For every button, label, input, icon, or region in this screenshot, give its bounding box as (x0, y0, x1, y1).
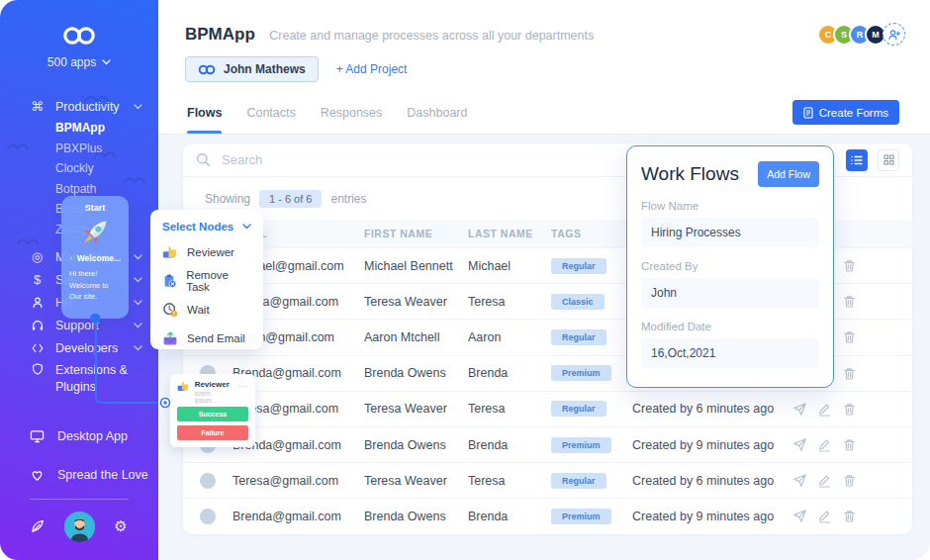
settings-button[interactable]: ⚙ (111, 516, 131, 536)
page-tagline: Create and manage processes across all y… (269, 29, 594, 43)
created-cell: Created by 9 minutes ago (632, 438, 793, 452)
lifebuoy-icon: ◎ (29, 249, 46, 264)
section-label: Developers (55, 341, 118, 355)
edit-button[interactable] (817, 402, 832, 417)
node-option-label: Wait (187, 304, 210, 316)
send-email-icon (162, 330, 178, 346)
first-name-cell: Aaron Mtchell (364, 330, 468, 344)
tag-badge: Regular (551, 401, 606, 417)
edit-button[interactable] (817, 437, 832, 452)
spread-the-love-link[interactable]: Spread the Love (0, 464, 158, 486)
send-button[interactable] (792, 509, 807, 523)
node-option-label: Reviewer (187, 246, 234, 258)
clock-icon (162, 302, 178, 318)
modified-date-input[interactable] (641, 338, 819, 368)
send-button[interactable] (792, 402, 807, 417)
sidebar-item-bpmapp[interactable]: BPMApp (0, 118, 158, 139)
chevron-down-icon (134, 300, 142, 306)
document-icon (803, 107, 813, 119)
success-branch-button[interactable]: Success (177, 407, 248, 421)
last-name-cell: Teresa (468, 402, 551, 416)
node-option-remove-task[interactable]: Remove Task (162, 266, 251, 295)
created-cell: Created by 6 minutes ago (632, 402, 793, 416)
failure-branch-button[interactable]: Failure (177, 425, 248, 440)
list-icon (851, 155, 863, 165)
create-forms-button[interactable]: Create Forms (792, 100, 899, 125)
tag-badge: Premium (551, 437, 611, 453)
list-view-toggle[interactable] (846, 149, 868, 171)
table-row[interactable]: Teresa@gmail.com Teresa Weaver Teresa Re… (183, 462, 912, 498)
thumbs-up-icon (162, 244, 178, 260)
delete-button[interactable] (842, 366, 857, 381)
user-avatar[interactable] (64, 512, 95, 542)
created-by-label: Created By (641, 260, 819, 272)
delete-button[interactable] (842, 402, 857, 417)
sidebar-item-pbxplus[interactable]: PBXPlus (0, 139, 158, 159)
last-name-cell: Teresa (468, 295, 551, 309)
tab-responses[interactable]: Responses (321, 91, 383, 134)
add-flow-button[interactable]: Add Flow (758, 161, 819, 187)
delete-button[interactable] (842, 294, 857, 309)
reviewer-node-card[interactable]: Reviewer lorem ipsum... ... Success Fail… (170, 374, 255, 447)
table-row[interactable]: Brenda@gmail.com Brenda Owens Brenda Pre… (183, 498, 912, 533)
chevron-down-icon (102, 59, 111, 65)
search-icon (196, 152, 211, 167)
delete-button[interactable] (842, 473, 857, 488)
feather-icon (30, 518, 46, 534)
node-option-wait[interactable]: Wait (162, 295, 251, 324)
project-selector-chip[interactable]: John Mathews (185, 56, 319, 82)
sidebar-section-productivity[interactable]: ⌘ Productivity (0, 95, 158, 118)
select-nodes-dropdown[interactable]: Select Nodes (162, 221, 251, 233)
feather-pen-button[interactable] (28, 516, 47, 536)
tag-badge: Regular (551, 473, 606, 489)
tab-flows[interactable]: Flows (187, 91, 222, 134)
send-button[interactable] (792, 473, 807, 488)
flow-name-input[interactable] (641, 218, 819, 247)
table-row[interactable]: Teresa@gmail.com Teresa Weaver Teresa Re… (183, 391, 912, 426)
desktop-app-link[interactable]: Desktop App (0, 425, 158, 447)
sidebar-item-clockly[interactable]: Clockly (0, 158, 158, 179)
reviewer-node-title: Reviewer (195, 380, 234, 389)
edit-button[interactable] (817, 509, 832, 523)
select-nodes-popup: Select Nodes Reviewer Remove Task Wait S… (150, 210, 263, 349)
sidebar-section-extensions[interactable]: Extensions & Plugins (0, 359, 158, 399)
connector-handle[interactable] (90, 314, 100, 324)
apps-count-dropdown[interactable]: 500 apps (0, 55, 158, 69)
node-option-send-email[interactable]: Send Email (162, 324, 251, 352)
grid-view-toggle[interactable] (878, 149, 899, 171)
logo-icon (60, 25, 98, 47)
tag-badge: Regular (551, 329, 606, 345)
delete-button[interactable] (842, 258, 857, 273)
node-option-reviewer[interactable]: Reviewer (162, 237, 251, 266)
chevron-down-icon (134, 104, 142, 110)
start-node-card[interactable]: Start Welcome... Hi there! Welcome to Ou… (61, 196, 129, 319)
divider (30, 499, 129, 500)
tab-contacts[interactable]: Contacts (246, 91, 295, 134)
headset-icon (29, 319, 46, 332)
sidebar-section-developers[interactable]: Developers (0, 336, 158, 359)
tag-badge: Classic (551, 294, 604, 310)
chevron-down-icon (134, 254, 142, 260)
created-by-input[interactable] (641, 278, 819, 308)
add-member-button[interactable] (883, 23, 905, 46)
delete-button[interactable] (842, 509, 857, 523)
heart-icon (30, 468, 45, 482)
last-name-cell: Brenda (468, 438, 551, 452)
node-menu-button[interactable]: ... (238, 380, 248, 389)
send-button[interactable] (792, 437, 807, 452)
apps-count-label: 500 apps (47, 55, 96, 69)
flow-name-label: Flow Name (641, 200, 819, 212)
tab-dashboard[interactable]: Dashboard (407, 91, 467, 134)
spread-the-love-label: Spread the Love (57, 468, 148, 482)
person-icon (29, 296, 46, 310)
showing-suffix: entries (330, 192, 366, 206)
tag-badge: Premium (551, 509, 611, 524)
delete-button[interactable] (842, 437, 857, 452)
create-forms-label: Create Forms (819, 107, 888, 119)
table-row[interactable]: Brenda@gmail.com Brenda Owens Brenda Pre… (183, 426, 912, 462)
edit-button[interactable] (817, 473, 832, 488)
delete-button[interactable] (842, 329, 857, 344)
add-project-button[interactable]: + Add Project (336, 62, 408, 76)
top-header: BPMApp Create and manage processes acros… (158, 0, 930, 91)
entries-range-badge: 1 - 6 of 6 (259, 190, 322, 208)
